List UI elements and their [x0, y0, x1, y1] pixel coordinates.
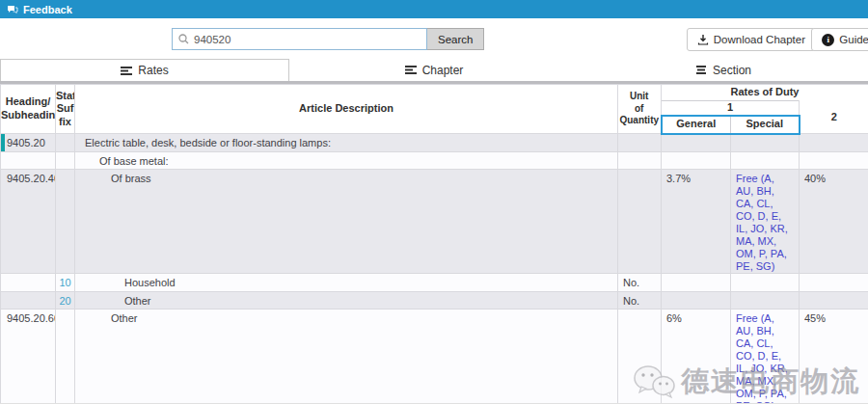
- duty2-rate-cell: 45%: [800, 310, 868, 404]
- table-row[interactable]: 9405.20.60 Other 6% Free (A, AU, BH, CA,…: [1, 310, 868, 404]
- col-header-rates-of-duty: Rates of Duty: [662, 85, 868, 101]
- general-rate-cell: [662, 134, 731, 152]
- list-icon: [695, 66, 707, 74]
- tab-chapter[interactable]: Chapter: [289, 59, 579, 81]
- general-rate-cell: [662, 152, 731, 170]
- unit-cell: No.: [618, 274, 662, 292]
- download-chapter-button[interactable]: Download Chapter: [687, 28, 816, 51]
- list-icon: [405, 66, 417, 74]
- hts-rates-page: Feedback Search: [0, 0, 868, 404]
- col-header-heading-subheading: Heading/ Subheading: [1, 85, 56, 134]
- table-row[interactable]: 9405.20 Electric table, desk, bedside or…: [1, 134, 868, 152]
- col-header-duty-1: 1: [662, 101, 800, 116]
- unit-cell: [618, 134, 662, 152]
- feedback-button[interactable]: Feedback: [7, 4, 72, 15]
- info-icon: i: [822, 34, 834, 46]
- tab-rates-label: Rates: [138, 64, 168, 77]
- col-header-general: General: [662, 116, 731, 134]
- toolbar: Search Download Chapter i Guide: [0, 18, 868, 59]
- general-rate-cell: 3.7%: [662, 170, 731, 274]
- description-cell: Electric table, desk, bedside or floor-s…: [75, 134, 618, 152]
- search-button[interactable]: Search: [427, 28, 484, 50]
- col-header-article-description: Article Description: [75, 85, 618, 134]
- special-rate-cell: [731, 274, 800, 292]
- col-header-duty-2: 2: [800, 101, 868, 134]
- table-row[interactable]: 10 Household No.: [1, 274, 868, 292]
- table-row[interactable]: 20 Other No.: [1, 292, 868, 310]
- unit-cell: No.: [618, 292, 662, 310]
- special-rate-cell: [731, 134, 800, 152]
- tab-rates[interactable]: Rates: [0, 59, 289, 81]
- stat-suffix-cell: [56, 152, 75, 170]
- special-rate-cell: [731, 152, 800, 170]
- stat-suffix-cell: [56, 134, 75, 152]
- feedback-label: Feedback: [23, 4, 72, 15]
- table-header: Heading/ Subheading Stat Suf fix Article…: [1, 85, 868, 134]
- unit-cell: [618, 310, 662, 404]
- feedback-icon: [7, 5, 18, 14]
- special-rate-cell: Free (A, AU, BH, CA, CL, CO, D, E, IL, J…: [731, 170, 800, 274]
- general-rate-cell: [662, 292, 731, 310]
- tab-section-label: Section: [713, 64, 751, 77]
- tariff-table: Heading/ Subheading Stat Suf fix Article…: [0, 84, 868, 404]
- search-icon: [178, 34, 189, 44]
- duty2-rate-cell: [800, 292, 868, 310]
- general-rate-cell: [662, 274, 731, 292]
- duty2-rate-cell: [800, 152, 868, 170]
- unit-cell: [618, 170, 662, 274]
- heading-cell: 9405.20.60: [1, 310, 56, 404]
- special-rate-cell: Free (A, AU, BH, CA, CL, CO, D, E, IL, J…: [731, 310, 800, 404]
- description-cell: Other: [75, 310, 618, 404]
- search-input[interactable]: [194, 34, 420, 45]
- stat-suffix-cell: [56, 170, 75, 274]
- download-icon: [697, 34, 709, 45]
- download-chapter-label: Download Chapter: [714, 34, 805, 45]
- special-rate-cell: [731, 292, 800, 310]
- duty2-rate-cell: 40%: [800, 170, 868, 274]
- duty2-rate-cell: [800, 134, 868, 152]
- heading-cell: 9405.20.40: [1, 170, 56, 274]
- tab-bar: Rates Chapter Section: [0, 59, 868, 81]
- unit-cell: [618, 152, 662, 170]
- heading-cell: [1, 152, 56, 170]
- col-header-stat-suffix: Stat Suf fix: [56, 85, 75, 134]
- col-header-special: Special: [731, 116, 800, 134]
- stat-suffix-link[interactable]: 10: [56, 274, 75, 292]
- tab-chapter-label: Chapter: [422, 64, 464, 77]
- search-box: [172, 28, 427, 50]
- stat-suffix-cell: [56, 310, 75, 404]
- stat-suffix-link[interactable]: 20: [56, 292, 75, 310]
- guide-button[interactable]: i Guide: [811, 28, 868, 51]
- list-icon: [121, 67, 132, 75]
- tab-section[interactable]: Section: [579, 59, 868, 81]
- heading-cell: [1, 274, 56, 292]
- description-cell: Of base metal:: [75, 152, 618, 170]
- heading-cell: 9405.20: [1, 134, 56, 152]
- table-row[interactable]: Of base metal:: [1, 152, 868, 170]
- description-cell: Of brass: [75, 170, 618, 274]
- description-cell: Other: [75, 292, 618, 310]
- general-rate-cell: 6%: [662, 310, 731, 404]
- top-bar: Feedback: [0, 0, 868, 18]
- description-cell: Household: [75, 274, 618, 292]
- col-header-unit-of-quantity: Unit of Quantity: [618, 85, 662, 134]
- heading-cell: [1, 292, 56, 310]
- duty2-rate-cell: [800, 274, 868, 292]
- guide-label: Guide: [839, 34, 868, 45]
- search-group: Search: [172, 28, 484, 50]
- table-row[interactable]: 9405.20.40 Of brass 3.7% Free (A, AU, BH…: [1, 170, 868, 274]
